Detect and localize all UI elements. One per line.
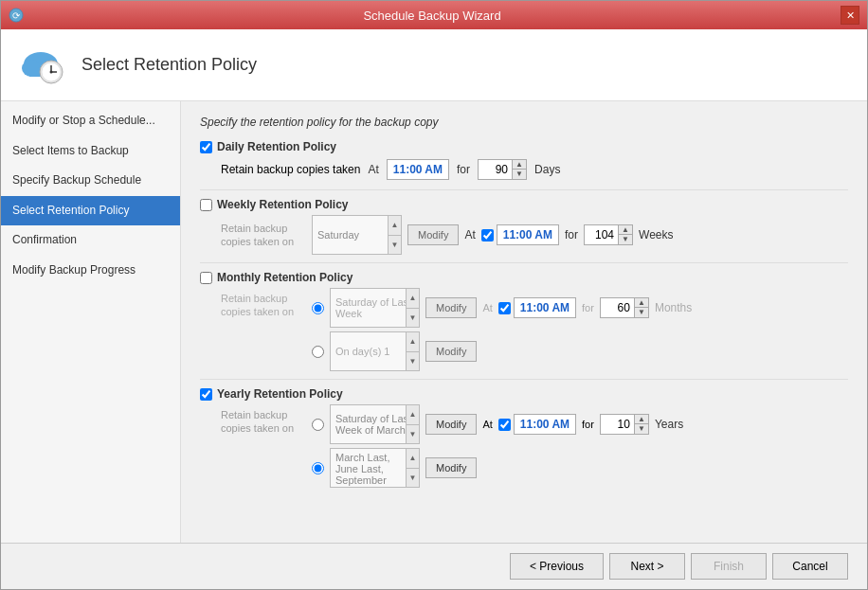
yearly-unit: Years [655,418,683,431]
header-section: Select Retention Policy [1,29,867,101]
weekly-weeks-down[interactable]: ▼ [619,235,632,244]
monthly-day2-arrows: ▲ ▼ [406,332,419,370]
monthly-day1-down[interactable]: ▼ [407,309,419,328]
yearly-years-input[interactable]: 10 [601,416,634,433]
weekly-section: Weekly Retention Policy Retain backup co… [200,198,848,255]
sidebar-item-modify-stop[interactable]: Modify or Stop a Schedule... [1,106,180,136]
yearly-retention-area: Retain backup copies taken on Saturday o… [221,404,848,488]
yearly-checkbox[interactable] [200,388,212,401]
previous-button[interactable]: < Previous [510,553,604,580]
monthly-day1-up[interactable]: ▲ [407,289,419,309]
sidebar-item-confirmation[interactable]: Confirmation [1,225,180,256]
yearly-modify-btn-2[interactable]: Modify [425,457,477,478]
cancel-button[interactable]: Cancel [772,553,848,580]
sidebar-item-modify-progress[interactable]: Modify Backup Progress [1,256,180,286]
monthly-time-wrapper: 11:00 AM [498,297,576,318]
yearly-time-display: 11:00 AM [514,414,576,435]
weekly-checkbox-label[interactable]: Weekly Retention Policy [200,198,848,211]
weekly-at-label: At [464,228,475,241]
daily-checkbox[interactable] [200,141,212,153]
weekly-time-checkbox[interactable] [481,229,494,241]
sidebar: Modify or Stop a Schedule... Select Item… [1,101,181,543]
weekly-checkbox[interactable] [200,199,212,211]
top-section: Select Retention Policy [1,29,867,101]
yearly-radio-2[interactable] [312,462,324,474]
yearly-radio-row-2: March Last, June Last, September ▲ ▼ Mod… [312,448,683,488]
daily-for-label: for [457,163,470,176]
daily-unit: Days [534,163,560,176]
title-bar: ⟳ Schedule Backup Wizard ✕ [1,1,867,29]
daily-days-spinner-buttons: ▲ ▼ [512,160,526,179]
sidebar-item-select-items[interactable]: Select Items to Backup [1,136,180,167]
monthly-radio-group: Saturday of Last Week ▲ ▼ Modify At 11: [312,288,692,371]
daily-days-input[interactable]: 90 [479,161,512,178]
weekly-retain-label: Retain backup copies taken on [221,222,306,249]
monthly-time-display: 11:00 AM [514,297,576,318]
monthly-modify-btn-1[interactable]: Modify [425,297,477,318]
monthly-time-checkbox[interactable] [498,302,511,314]
page-title: Select Retention Policy [81,55,257,75]
yearly-day2-select[interactable]: March Last, June Last, September ▲ ▼ [330,448,420,488]
yearly-day2-up[interactable]: ▲ [407,449,419,469]
weekly-for-label: for [565,228,578,241]
app-icon: ⟳ [9,8,24,23]
monthly-day1-select[interactable]: Saturday of Last Week ▲ ▼ [330,288,420,328]
weekly-time-display: 11:00 AM [497,224,559,245]
svg-text:⟳: ⟳ [12,10,21,21]
monthly-checkbox-label[interactable]: Monthly Retention Policy [200,271,848,284]
weekly-day-arrows: ▲ ▼ [388,216,401,254]
daily-time-display: 11:00 AM [387,159,449,180]
daily-days-spinner: 90 ▲ ▼ [478,159,527,180]
monthly-months-input[interactable]: 60 [601,299,634,316]
yearly-radio-row-1: Saturday of Last Week of March ▲ ▼ Modif… [312,404,683,444]
finish-button[interactable]: Finish [691,553,767,580]
monthly-day2-select[interactable]: On day(s) 1 ▲ ▼ [330,331,420,371]
window-title: Schedule Backup Wizard [24,9,841,23]
sidebar-item-select-retention[interactable]: Select Retention Policy [1,196,180,226]
yearly-day2-arrows: ▲ ▼ [406,449,419,487]
monthly-unit: Months [655,301,692,314]
yearly-day1-arrows: ▲ ▼ [406,405,419,443]
header-icon [20,44,67,86]
weekly-time-wrapper: 11:00 AM [481,224,559,245]
yearly-checkbox-label[interactable]: Yearly Retention Policy [200,387,848,401]
weekly-weeks-spinner: 104 ▲ ▼ [584,224,633,245]
next-button[interactable]: Next > [609,553,685,580]
monthly-radio-2[interactable] [312,346,324,358]
monthly-modify-btn-2[interactable]: Modify [425,341,477,362]
monthly-months-up[interactable]: ▲ [635,298,648,308]
yearly-radio-1[interactable] [312,419,324,431]
daily-at-label: At [368,163,378,176]
daily-days-down[interactable]: ▼ [513,170,526,179]
close-button[interactable]: ✕ [841,6,859,25]
daily-days-up[interactable]: ▲ [513,160,526,170]
weekly-modify-btn[interactable]: Modify [407,224,459,245]
monthly-retention-area: Retain backup copies taken on Saturday o… [221,288,848,371]
yearly-day2-down[interactable]: ▼ [407,469,419,488]
weekly-weeks-input[interactable]: 104 [585,226,618,243]
daily-checkbox-label[interactable]: Daily Retention Policy [200,140,848,153]
yearly-years-up[interactable]: ▲ [635,415,648,424]
yearly-section: Yearly Retention Policy Retain backup co… [200,387,848,488]
monthly-months-down[interactable]: ▼ [635,308,648,317]
yearly-radio-group: Saturday of Last Week of March ▲ ▼ Modif… [312,404,683,488]
yearly-day1-up[interactable]: ▲ [407,405,419,425]
weekly-weeks-up[interactable]: ▲ [619,225,632,235]
weekly-day-down[interactable]: ▼ [389,236,401,255]
weekly-unit: Weeks [639,228,673,241]
sidebar-item-specify-schedule[interactable]: Specify Backup Schedule [1,166,180,196]
weekly-day-select[interactable]: Saturday ▲ ▼ [312,215,402,255]
yearly-modify-btn-1[interactable]: Modify [425,414,477,435]
yearly-day1-select[interactable]: Saturday of Last Week of March ▲ ▼ [330,404,420,444]
yearly-years-down[interactable]: ▼ [635,424,648,434]
monthly-checkbox[interactable] [200,272,212,284]
content-area: Modify or Stop a Schedule... Select Item… [1,101,867,543]
yearly-day1-down[interactable]: ▼ [407,425,419,444]
yearly-time-checkbox[interactable] [498,419,511,431]
weekly-day-up[interactable]: ▲ [389,216,401,236]
monthly-radio-1[interactable] [312,302,324,314]
monthly-months-spinner: 60 ▲ ▼ [600,297,649,318]
monthly-day2-down[interactable]: ▼ [407,352,419,371]
monthly-day2-up[interactable]: ▲ [407,332,419,352]
yearly-years-spinner-buttons: ▲ ▼ [634,415,648,434]
